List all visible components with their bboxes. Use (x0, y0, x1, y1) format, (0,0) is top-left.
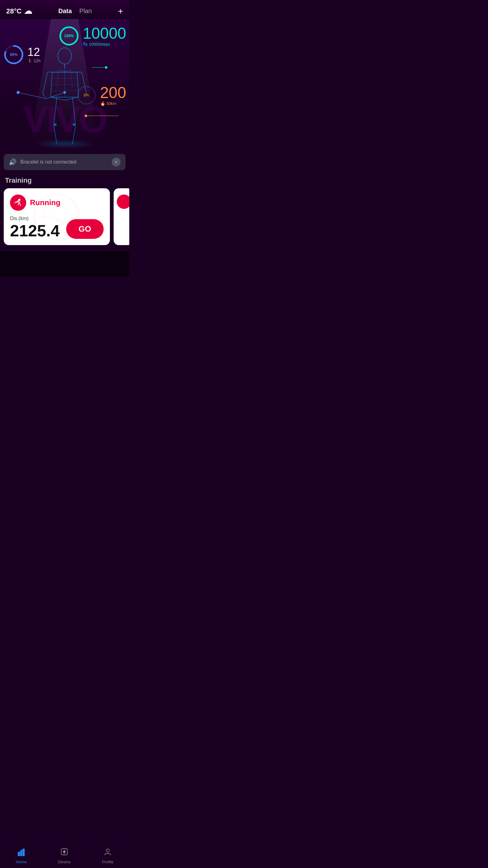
weather-info: 28°C ☁ (6, 6, 32, 16)
training-title: Training (0, 174, 129, 188)
svg-point-6 (58, 48, 71, 64)
activity-icon (10, 194, 26, 211)
svg-rect-32 (23, 849, 25, 856)
steps-percent: 100% (64, 34, 74, 38)
notification-close[interactable]: × (112, 158, 121, 166)
svg-point-0 (17, 91, 20, 94)
svg-point-16 (54, 123, 57, 126)
hours-circle: 80% (3, 44, 24, 65)
weather-icon: ☁ (24, 6, 32, 16)
hero-section: VIVO (0, 19, 129, 150)
activity-label: Running (30, 198, 60, 207)
home-label: Home (16, 860, 27, 864)
temperature-label: 28°C (6, 7, 22, 15)
svg-point-29 (19, 199, 21, 201)
svg-point-36 (106, 849, 109, 852)
fire-icon: 🔥 (100, 101, 105, 106)
svg-point-35 (64, 851, 65, 852)
hours-text: 12 🚶 12h (28, 46, 40, 63)
steps-text: 10000 👣 10000steps (83, 26, 126, 46)
svg-rect-30 (18, 852, 20, 856)
training-section: Training Running (0, 174, 129, 251)
notification-content: 🔊 Bracelet is not connected (9, 158, 77, 166)
bottom-spacer (0, 251, 129, 276)
svg-line-18 (58, 70, 65, 71)
steps-icon: 👣 (83, 42, 88, 46)
notification-text: Bracelet is not connected (20, 159, 77, 165)
stat-steps: 100% 10000 👣 10000steps (58, 25, 126, 46)
nav-tab-profile[interactable]: Profile (96, 845, 120, 867)
profile-label: Profile (102, 860, 114, 864)
stub-icon (117, 194, 129, 209)
svg-point-17 (73, 123, 75, 126)
svg-line-11 (71, 72, 72, 88)
running-card: Running Dis.(km) 2125.4 GO (4, 188, 110, 245)
nav-tab-device[interactable]: Device (52, 845, 77, 867)
calories-text: 200 🔥 30km (100, 85, 126, 106)
svg-point-2 (105, 66, 108, 69)
header: 28°C ☁ Data Plan + (0, 0, 129, 19)
card-header: Running (10, 194, 104, 211)
calories-value: 200 (100, 85, 126, 100)
steps-circle: 100% (58, 25, 80, 46)
device-label: Device (58, 860, 70, 864)
calories-circle: 0% (76, 85, 97, 106)
notification-bar: 🔊 Bracelet is not connected × (4, 154, 125, 170)
add-button[interactable]: + (118, 7, 123, 16)
go-button[interactable]: GO (66, 219, 104, 239)
steps-value: 10000 (83, 26, 126, 41)
speaker-icon: 🔊 (9, 158, 17, 166)
svg-rect-31 (20, 850, 22, 856)
device-icon (60, 847, 69, 858)
hours-sub: 🚶 12h (28, 58, 40, 63)
stat-active-hours: 80% 12 🚶 12h (3, 44, 40, 65)
ground-platform (33, 139, 96, 149)
hours-percent: 80% (10, 53, 18, 57)
home-icon (17, 847, 26, 858)
next-card-stub[interactable] (114, 188, 129, 245)
calories-percent: 0% (84, 93, 89, 97)
svg-line-10 (57, 72, 58, 88)
header-nav: Data Plan (58, 7, 92, 15)
steps-sub: 👣 10000steps (83, 42, 126, 46)
nav-plan[interactable]: Plan (79, 7, 92, 15)
bottom-nav: Home Device Profile (0, 843, 129, 868)
training-cards-scroll[interactable]: Running Dis.(km) 2125.4 GO (0, 188, 129, 251)
nav-tab-home[interactable]: Home (9, 845, 33, 867)
svg-line-19 (65, 70, 71, 71)
person-icon: 🚶 (28, 58, 32, 63)
nav-data[interactable]: Data (58, 7, 72, 15)
stat-calories: 0% 200 🔥 30km (76, 85, 126, 106)
profile-icon (103, 847, 112, 858)
calories-sub: 🔥 30km (100, 101, 126, 106)
hours-value: 12 (28, 46, 40, 58)
